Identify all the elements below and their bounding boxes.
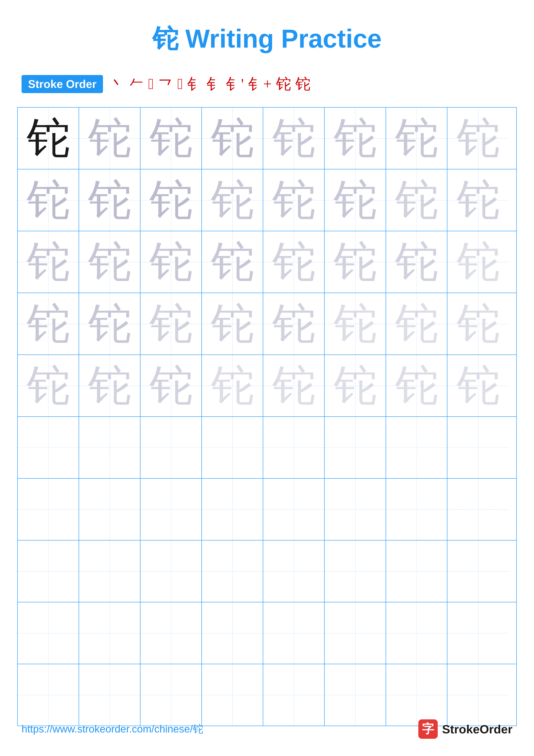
character-light: 铊 [272,179,315,222]
grid-cell-empty[interactable] [18,479,79,540]
grid-cell[interactable]: 铊 [79,231,140,293]
grid-cell-empty[interactable] [447,540,509,602]
footer-brand: 字 StrokeOrder [418,719,513,739]
grid-cell[interactable]: 铊 [202,108,263,169]
grid-cell-empty[interactable] [79,664,140,726]
grid-cell[interactable]: 铊 [325,231,386,293]
grid-cell-empty[interactable] [386,540,447,602]
grid-cell[interactable]: 铊 [447,355,509,417]
grid-cell[interactable]: 铊 [263,169,325,231]
grid-cell-empty[interactable] [263,540,325,602]
grid-cell[interactable]: 铊 [140,108,202,169]
grid-cell[interactable]: 铊 [325,108,386,169]
grid-cell[interactable]: 铊 [202,231,263,293]
grid-cell-empty[interactable] [79,479,140,540]
grid-cell[interactable]: 铊 [140,293,202,355]
grid-cell[interactable]: 铊 [447,231,509,293]
grid-cell-empty[interactable] [447,479,509,540]
grid-cell[interactable]: 铊 [386,293,447,355]
character-lightest: 铊 [395,364,438,407]
grid-cell-empty[interactable] [325,540,386,602]
grid-cell[interactable]: 铊 [386,108,447,169]
grid-cell[interactable]: 铊 [202,355,263,417]
stroke-9: 钅+ [248,74,272,94]
grid-cell[interactable]: 铊 [325,169,386,231]
character-lightest: 铊 [395,302,438,345]
grid-cell[interactable]: 铊 [18,355,79,417]
stroke-order-badge: Stroke Order [21,75,103,93]
grid-cell[interactable]: 铊 [263,231,325,293]
grid-cell[interactable]: 铊 [202,169,263,231]
grid-cell[interactable]: 铊 [140,355,202,417]
grid-cell-empty[interactable] [447,664,509,726]
grid-cell[interactable]: 铊 [18,231,79,293]
grid-cell[interactable]: 铊 [447,108,509,169]
grid-cell[interactable]: 铊 [263,108,325,169]
grid-cell-empty[interactable] [386,602,447,664]
grid-cell[interactable]: 铊 [447,293,509,355]
grid-cell-empty[interactable] [79,602,140,664]
grid-cell-empty[interactable] [447,417,509,478]
grid-cell-empty[interactable] [202,540,263,602]
page-title: 铊 Writing Practice [0,0,534,69]
stroke-3: 𠂊 [148,75,154,93]
character-light: 铊 [211,117,254,160]
grid-cell-empty[interactable] [140,417,202,478]
grid-cell-empty[interactable] [202,479,263,540]
grid-cell[interactable]: 铊 [18,108,79,169]
grid-cell-empty[interactable] [263,479,325,540]
grid-cell[interactable]: 铊 [79,293,140,355]
grid-cell-empty[interactable] [386,479,447,540]
character-light: 铊 [334,117,377,160]
grid-cell[interactable]: 铊 [386,355,447,417]
grid-cell-empty[interactable] [202,664,263,726]
character-light: 铊 [272,240,315,284]
stroke-5: 𠃋 [177,75,183,93]
grid-cell-empty[interactable] [325,664,386,726]
footer: https://www.strokeorder.com/chinese/铊 字 … [0,719,534,739]
character-light: 铊 [149,240,192,284]
grid-cell-empty[interactable] [325,479,386,540]
grid-cell-empty[interactable] [18,417,79,478]
grid-cell-empty[interactable] [325,602,386,664]
character-lightest: 铊 [334,302,377,345]
grid-cell[interactable]: 铊 [263,293,325,355]
grid-cell-empty[interactable] [263,602,325,664]
grid-cell[interactable]: 铊 [447,169,509,231]
grid-cell-empty[interactable] [140,664,202,726]
grid-cell[interactable]: 铊 [202,293,263,355]
grid-cell-empty[interactable] [202,602,263,664]
character-light: 铊 [211,179,254,222]
grid-cell[interactable]: 铊 [325,355,386,417]
grid-cell[interactable]: 铊 [386,231,447,293]
grid-cell-empty[interactable] [140,602,202,664]
grid-cell-empty[interactable] [140,479,202,540]
grid-cell-empty[interactable] [18,664,79,726]
grid-cell[interactable]: 铊 [263,355,325,417]
grid-cell-empty[interactable] [325,417,386,478]
grid-cell[interactable]: 铊 [325,293,386,355]
grid-row-3: 铊 铊 铊 铊 铊 铊 铊 铊 [18,231,516,293]
grid-cell-empty[interactable] [79,540,140,602]
grid-cell-empty[interactable] [447,602,509,664]
grid-cell[interactable]: 铊 [140,169,202,231]
grid-cell-empty[interactable] [263,664,325,726]
grid-cell-empty[interactable] [386,417,447,478]
grid-cell[interactable]: 铊 [79,108,140,169]
grid-cell[interactable]: 铊 [386,169,447,231]
character-light: 铊 [395,117,438,160]
grid-cell-empty[interactable] [18,602,79,664]
grid-cell[interactable]: 铊 [18,293,79,355]
grid-cell-empty[interactable] [263,417,325,478]
grid-cell-empty[interactable] [386,664,447,726]
grid-cell[interactable]: 铊 [79,355,140,417]
grid-cell[interactable]: 铊 [18,169,79,231]
grid-cell-empty[interactable] [140,540,202,602]
character-light: 铊 [272,302,315,345]
grid-cell[interactable]: 铊 [79,169,140,231]
grid-cell-empty[interactable] [79,417,140,478]
grid-cell-empty[interactable] [18,540,79,602]
stroke-11: 铊 [295,74,310,94]
grid-cell-empty[interactable] [202,417,263,478]
grid-cell[interactable]: 铊 [140,231,202,293]
